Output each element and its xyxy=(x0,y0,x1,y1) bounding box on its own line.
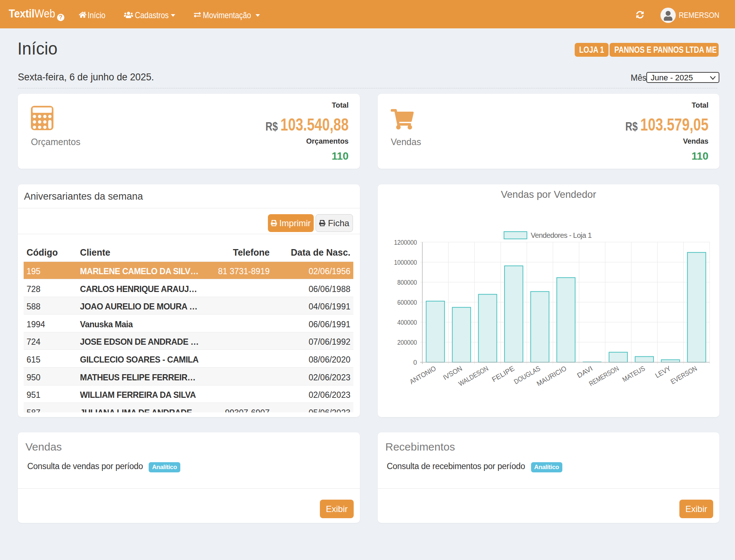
svg-text:400000: 400000 xyxy=(397,319,417,326)
svg-text:ANTONIO: ANTONIO xyxy=(408,364,437,385)
svg-text:Vendedores - Loja 1: Vendedores - Loja 1 xyxy=(531,231,592,239)
svg-text:800000: 800000 xyxy=(397,279,417,286)
svg-text:1200000: 1200000 xyxy=(394,239,417,246)
svg-text:WALDESON: WALDESON xyxy=(457,364,490,388)
svg-text:REMERSON: REMERSON xyxy=(588,364,620,388)
svg-text:LEVY: LEVY xyxy=(654,364,672,379)
svg-text:200000: 200000 xyxy=(397,339,417,346)
svg-text:EVERSON: EVERSON xyxy=(669,364,698,385)
svg-text:DAVI: DAVI xyxy=(576,364,594,379)
svg-text:1000000: 1000000 xyxy=(394,259,417,266)
svg-text:MATEUS: MATEUS xyxy=(621,364,646,383)
svg-text:MAURICIO: MAURICIO xyxy=(535,364,568,388)
svg-text:600000: 600000 xyxy=(397,299,417,306)
svg-text:FELIPE: FELIPE xyxy=(491,364,516,383)
svg-text:Vendas por Vendedor: Vendas por Vendedor xyxy=(501,189,596,200)
svg-text:0: 0 xyxy=(413,359,417,366)
